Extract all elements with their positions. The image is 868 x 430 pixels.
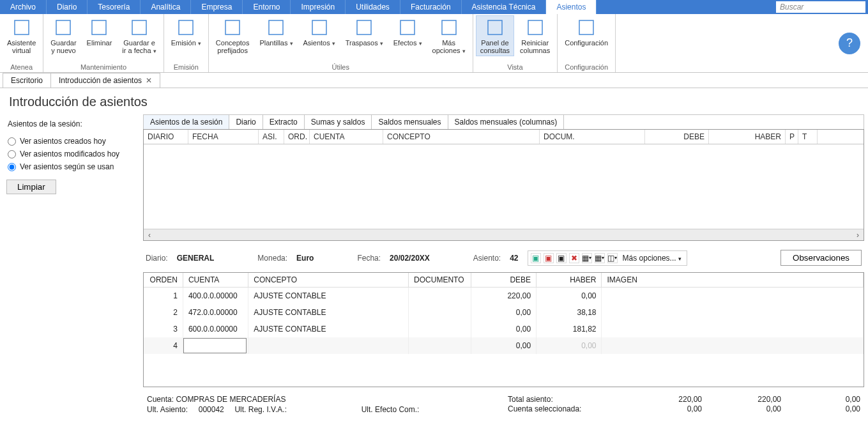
grid2-col-header[interactable]: CONCEPTO bbox=[248, 273, 409, 288]
cell-concepto[interactable]: AJUSTE CONTABLE bbox=[248, 304, 409, 321]
ribbon-btn[interactable]: Plantillas ▾ bbox=[255, 15, 297, 49]
ribbon-btn[interactable]: Guardary nuevo bbox=[46, 15, 80, 56]
doc-tab[interactable]: Introducción de asientos✕ bbox=[50, 73, 160, 88]
menu-item-empresa[interactable]: Empresa bbox=[191, 0, 243, 14]
menu-item-asientos[interactable]: Asientos bbox=[546, 0, 597, 14]
grid1-col-header[interactable]: ORD. bbox=[284, 130, 310, 144]
cell-imagen[interactable] bbox=[602, 304, 864, 321]
cell-debe[interactable]: 220,00 bbox=[471, 288, 536, 305]
table-row[interactable]: 3600.0.0.00000AJUSTE CONTABLE0,00181,82 bbox=[144, 321, 864, 337]
ribbon-btn[interactable]: Eliminar bbox=[82, 15, 117, 49]
cell-orden[interactable]: 2 bbox=[144, 304, 183, 321]
sidebar-radio[interactable] bbox=[8, 150, 16, 158]
inner-tab[interactable]: Extracto bbox=[263, 115, 305, 129]
cell-debe[interactable]: 0,00 bbox=[471, 337, 536, 354]
cell-debe[interactable]: 0,00 bbox=[471, 321, 536, 337]
inner-tab[interactable]: Sumas y saldos bbox=[305, 115, 372, 129]
grid1-col-header[interactable]: DEBE bbox=[645, 130, 709, 144]
grid1-col-header[interactable]: FECHA bbox=[188, 130, 259, 144]
scroll-right-icon[interactable]: › bbox=[852, 229, 864, 240]
doc-copy-icon[interactable]: ▣ bbox=[556, 253, 567, 263]
grid2-col-header[interactable]: DEBE bbox=[471, 273, 536, 288]
cell-documento[interactable] bbox=[409, 337, 471, 354]
ribbon-btn[interactable]: Conceptosprefijados bbox=[211, 15, 254, 56]
grid2-col-header[interactable]: IMAGEN bbox=[602, 273, 864, 288]
cell-concepto[interactable] bbox=[248, 337, 409, 354]
menu-item-utilidades[interactable]: Utilidades bbox=[346, 0, 400, 14]
inner-tab[interactable]: Saldos mensuales bbox=[372, 115, 448, 129]
sidebar-option[interactable]: Ver asientos creados hoy bbox=[6, 135, 135, 148]
table-row[interactable]: 40,000,00 bbox=[144, 337, 864, 354]
scroll-left-icon[interactable]: ‹ bbox=[144, 229, 155, 240]
cuenta-input[interactable] bbox=[183, 338, 247, 353]
grid1-col-header[interactable]: CONCEPTO bbox=[383, 130, 540, 144]
cell-haber[interactable]: 0,00 bbox=[537, 288, 602, 305]
doc-tab[interactable]: Escritorio bbox=[3, 73, 51, 88]
menu-item-analítica[interactable]: Analítica bbox=[141, 0, 191, 14]
ribbon-btn[interactable]: Másopciones ▾ bbox=[428, 15, 470, 57]
cell-orden[interactable]: 4 bbox=[144, 337, 183, 354]
doc-attach-icon[interactable]: ◫▾ bbox=[607, 253, 618, 263]
cell-concepto[interactable]: AJUSTE CONTABLE bbox=[248, 288, 409, 305]
ribbon-btn[interactable]: Emisión ▾ bbox=[167, 15, 206, 49]
cell-imagen[interactable] bbox=[602, 321, 864, 337]
grid-opt1-icon[interactable]: ▦▾ bbox=[582, 253, 592, 263]
table-row[interactable]: 2472.0.0.00000AJUSTE CONTABLE0,0038,18 bbox=[144, 304, 864, 321]
sidebar-radio[interactable] bbox=[8, 137, 16, 146]
menu-item-diario[interactable]: Diario bbox=[47, 0, 88, 14]
cell-imagen[interactable] bbox=[602, 288, 864, 305]
grid-del-icon[interactable]: ✖ bbox=[569, 253, 579, 263]
cell-cuenta[interactable] bbox=[183, 337, 248, 354]
doc-remove-icon[interactable]: ▣ bbox=[544, 253, 554, 263]
ribbon-btn[interactable]: Efectos ▾ bbox=[389, 15, 427, 49]
cell-haber[interactable]: 0,00 bbox=[537, 337, 602, 354]
grid1-col-header[interactable]: HABER bbox=[709, 130, 786, 144]
menu-item-archivo[interactable]: Archivo bbox=[0, 0, 47, 14]
menu-item-asistencia técnica[interactable]: Asistencia Técnica bbox=[462, 0, 547, 14]
table-row[interactable]: 1400.0.0.00000AJUSTE CONTABLE220,000,00 bbox=[144, 288, 864, 305]
menu-item-facturación[interactable]: Facturación bbox=[400, 0, 462, 14]
inner-tab[interactable]: Diario bbox=[229, 115, 263, 129]
grid2-col-header[interactable]: DOCUMENTO bbox=[409, 273, 471, 288]
cell-debe[interactable]: 0,00 bbox=[471, 304, 536, 321]
scrollbar[interactable]: ‹ › bbox=[144, 229, 864, 240]
cell-cuenta[interactable]: 472.0.0.00000 bbox=[183, 304, 248, 321]
grid1-col-header[interactable]: CUENTA bbox=[310, 130, 383, 144]
ribbon-btn[interactable]: Asistentevirtual bbox=[3, 15, 40, 56]
cell-haber[interactable]: 181,82 bbox=[537, 321, 602, 337]
menu-item-entorno[interactable]: Entorno bbox=[243, 0, 291, 14]
help-icon[interactable]: ? bbox=[839, 33, 860, 54]
grid1-col-header[interactable]: T bbox=[798, 130, 818, 144]
ribbon-btn[interactable]: Asientos ▾ bbox=[299, 15, 340, 49]
grid2-col-header[interactable]: ORDEN bbox=[144, 273, 183, 288]
close-icon[interactable]: ✕ bbox=[146, 76, 152, 85]
cell-concepto[interactable]: AJUSTE CONTABLE bbox=[248, 321, 409, 337]
cell-orden[interactable]: 1 bbox=[144, 288, 183, 305]
cell-haber[interactable]: 38,18 bbox=[537, 304, 602, 321]
ribbon-btn[interactable]: Guardar eir a fecha ▾ bbox=[118, 15, 160, 57]
inner-tab[interactable]: Asientos de la sesión bbox=[144, 115, 229, 129]
sidebar-radio[interactable] bbox=[8, 163, 16, 171]
observations-button[interactable]: Observaciones bbox=[780, 250, 862, 266]
inner-tab[interactable]: Saldos mensuales (columnas) bbox=[448, 115, 565, 129]
grid1-col-header[interactable]: DIARIO bbox=[144, 130, 188, 144]
search-input[interactable]: Buscar bbox=[776, 1, 865, 13]
cell-orden[interactable]: 3 bbox=[144, 321, 183, 337]
ribbon-btn[interactable]: Traspasos ▾ bbox=[341, 15, 388, 49]
grid2-col-header[interactable]: HABER bbox=[537, 273, 602, 288]
more-options-button[interactable]: Más opciones... ▾ bbox=[620, 252, 684, 264]
ribbon-btn[interactable]: Reiniciarcolumnas bbox=[515, 15, 554, 56]
cell-documento[interactable] bbox=[409, 304, 471, 321]
sidebar-option[interactable]: Ver asientos según se usan bbox=[6, 160, 135, 173]
cell-cuenta[interactable]: 400.0.0.00000 bbox=[183, 288, 248, 305]
cell-documento[interactable] bbox=[409, 321, 471, 337]
menu-item-tesorería[interactable]: Tesorería bbox=[88, 0, 141, 14]
cell-cuenta[interactable]: 600.0.0.00000 bbox=[183, 321, 248, 337]
doc-add-icon[interactable]: ▣ bbox=[531, 253, 541, 263]
grid1-col-header[interactable]: P bbox=[786, 130, 798, 144]
ribbon-btn[interactable]: Panel deconsultas bbox=[476, 15, 514, 56]
sidebar-option[interactable]: Ver asientos modificados hoy bbox=[6, 148, 135, 160]
clear-button[interactable]: Limpiar bbox=[6, 180, 56, 194]
grid1-col-header[interactable]: DOCUM. bbox=[540, 130, 645, 144]
grid1-col-header[interactable]: ASI. bbox=[259, 130, 284, 144]
